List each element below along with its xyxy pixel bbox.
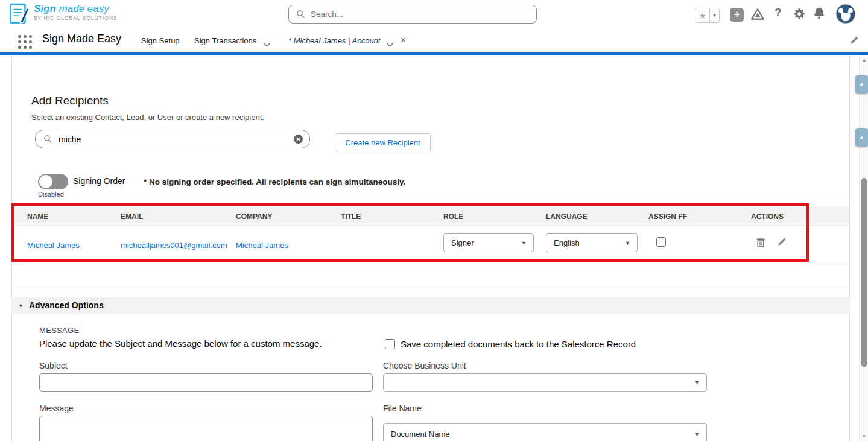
logo-title-bold: Sign — [34, 3, 56, 14]
advanced-options-label: Advanced Options — [29, 300, 104, 310]
favorites-dropdown-icon[interactable]: ▼ — [709, 8, 720, 23]
side-panel-toggle-button[interactable]: ◄ — [855, 128, 868, 147]
edit-nav-pencil-icon[interactable] — [849, 35, 860, 48]
page-title: Add Recipients — [31, 94, 109, 107]
recipient-search-input[interactable] — [59, 135, 293, 144]
tab-micheal-james-account[interactable]: * Micheal James | Account — [288, 36, 380, 45]
logo-subtitle: BY HIC GLOBAL SOLUTIONS — [34, 15, 118, 21]
chevron-down-icon: ▼ — [694, 424, 706, 437]
advanced-options-header[interactable]: ▼ Advanced Options — [11, 297, 850, 314]
column-header-assign-ff: ASSIGN FF — [648, 212, 687, 221]
app-name: Sign Made Easy — [42, 33, 121, 45]
favorites-star-icon[interactable]: ★ — [695, 8, 710, 23]
create-new-recipient-button[interactable]: Create new Recipient — [335, 133, 431, 151]
global-search-box[interactable] — [288, 5, 537, 24]
language-select[interactable]: English ▼ — [546, 233, 638, 252]
main-content-viewport: Add Recipients Select an existing Contac… — [0, 56, 868, 441]
search-icon — [296, 10, 305, 19]
column-header-email: EMAIL — [121, 212, 143, 221]
edit-pencil-icon[interactable] — [777, 236, 787, 249]
brand-logo: Sign made easy BY HIC GLOBAL SOLUTIONS — [8, 3, 118, 27]
column-header-title: TITLE — [341, 212, 361, 221]
user-avatar[interactable] — [835, 4, 856, 27]
message-hint-text: Please update the Subject and Message be… — [39, 338, 322, 349]
assign-ff-checkbox[interactable] — [656, 237, 666, 247]
vertical-scrollbar[interactable]: ▲ ▼ — [859, 56, 868, 441]
guidance-trailhead-icon[interactable] — [750, 8, 765, 24]
column-header-company: COMPANY — [236, 212, 272, 221]
chevron-down-icon: ▼ — [625, 240, 637, 246]
app-window: Sign made easy BY HIC GLOBAL SOLUTIONS ★… — [0, 0, 868, 441]
recipient-name-link[interactable]: Micheal James — [27, 241, 80, 250]
column-header-name: NAME — [27, 212, 48, 221]
chevron-down-icon: ▼ — [694, 379, 706, 385]
role-select[interactable]: Signer ▼ — [443, 233, 534, 252]
app-launcher-waffle-icon[interactable] — [18, 35, 33, 49]
file-name-value: Document Name — [384, 424, 694, 439]
global-search-input[interactable] — [311, 10, 536, 19]
signing-order-note: * No signing order specified. All recipi… — [144, 177, 405, 186]
favorites-button-group: ★ ▼ — [695, 8, 720, 23]
side-panel-toggle-button[interactable]: ◄ — [855, 75, 868, 94]
collapse-triangle-icon[interactable]: ▼ — [18, 303, 24, 309]
column-header-actions: ACTIONS — [751, 212, 784, 221]
tab-chevron-down-icon[interactable] — [386, 39, 394, 49]
signing-order-state: Disabled — [38, 191, 64, 198]
scrollbar-thumb[interactable] — [861, 178, 867, 367]
sign-transactions-chevron-down-icon[interactable] — [263, 39, 271, 49]
clear-search-icon[interactable] — [293, 134, 303, 144]
language-select-value: English — [546, 238, 625, 247]
recipient-table-row: Micheal James michealljames001@gmail.com… — [12, 226, 849, 265]
logo-title: Sign made easy — [34, 3, 118, 15]
delete-trash-icon[interactable] — [756, 236, 765, 250]
recipient-company-link[interactable]: Micheal James — [236, 241, 288, 250]
search-icon — [43, 135, 52, 144]
scroll-down-arrow-icon[interactable]: ▼ — [860, 434, 868, 439]
page-subtitle: Select an existing Contact, Lead, or Use… — [31, 113, 264, 122]
app-nav-bar: Sign Made Easy Sign Setup Sign Transacti… — [0, 28, 868, 55]
nav-item-sign-transactions[interactable]: Sign Transactions — [194, 36, 256, 45]
column-header-role: ROLE — [443, 212, 463, 221]
global-actions-plus-icon[interactable]: + — [730, 8, 744, 22]
toggle-knob — [39, 175, 52, 188]
save-documents-label: Save completed documents back to the Sal… — [401, 339, 636, 349]
scroll-up-arrow-icon[interactable]: ▲ — [860, 57, 868, 63]
recipient-search-box[interactable] — [35, 130, 310, 148]
message-section-label: MESSAGE — [39, 326, 79, 335]
business-unit-select[interactable]: ▼ — [383, 373, 707, 392]
file-name-label: File Name — [383, 404, 422, 413]
message-textarea[interactable] — [39, 416, 373, 441]
section-divider — [11, 288, 850, 288]
tab-close-icon[interactable]: ✕ — [400, 36, 407, 45]
subject-label: Subject — [39, 361, 68, 370]
save-documents-checkbox[interactable] — [385, 339, 395, 349]
logo-title-light: made easy — [56, 3, 109, 14]
chevron-down-icon: ▼ — [521, 240, 533, 246]
global-header: Sign made easy BY HIC GLOBAL SOLUTIONS ★… — [0, 0, 868, 28]
role-select-value: Signer — [444, 238, 521, 247]
recipients-table-header: NAME EMAIL COMPANY TITLE ROLE LANGUAGE A… — [12, 207, 849, 226]
signing-order-label: Signing Order — [73, 176, 125, 186]
setup-gear-icon[interactable] — [793, 7, 806, 23]
file-name-select[interactable]: Document Name ▼ — [383, 423, 707, 441]
subject-input[interactable] — [39, 373, 373, 392]
business-unit-label: Choose Business Unit — [383, 361, 466, 370]
message-label: Message — [39, 404, 74, 413]
document-pen-logo-icon — [8, 3, 30, 27]
column-header-language: LANGUAGE — [546, 212, 588, 221]
recipient-email-link[interactable]: michealljames001@gmail.com — [121, 241, 227, 250]
signing-order-toggle[interactable] — [38, 174, 68, 189]
help-icon[interactable]: ? — [775, 6, 782, 19]
notifications-bell-icon[interactable] — [813, 7, 826, 22]
nav-item-sign-setup[interactable]: Sign Setup — [141, 36, 180, 45]
section-divider — [11, 200, 850, 200]
